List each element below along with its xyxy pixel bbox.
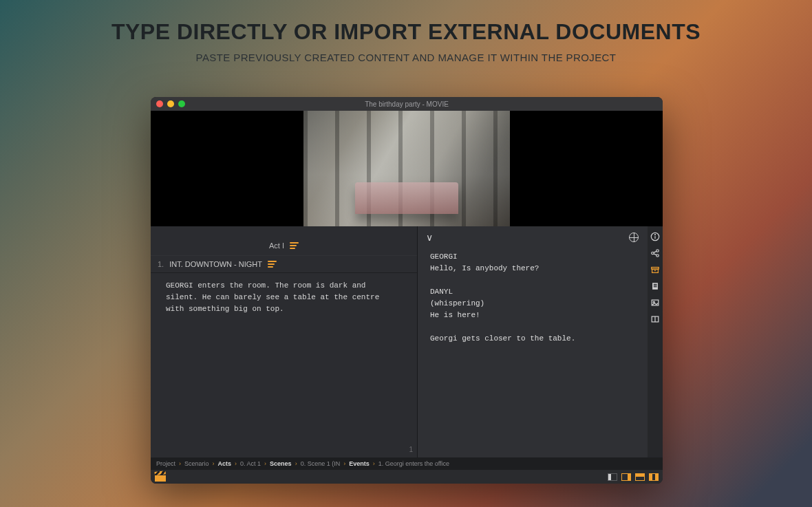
list-icon	[268, 261, 277, 268]
script-pane: ∨ T GEORGI Hello, Is anybody there? DANY…	[418, 226, 663, 457]
chevron-down-icon[interactable]: ∨	[426, 232, 433, 243]
page-number: 1	[409, 446, 413, 453]
breadcrumb-item[interactable]: 1. Georgi enters the office	[378, 460, 449, 467]
window-title: The birthday party - MOVIE	[151, 100, 663, 108]
breadcrumb-item[interactable]: Scenario	[184, 460, 209, 467]
layout-left-button[interactable]	[608, 473, 617, 481]
scene-preview-image[interactable]	[303, 111, 510, 226]
breadcrumb-item[interactable]: Scenes	[270, 460, 292, 467]
svg-line-6	[654, 251, 656, 252]
app-window: The birthday party - MOVIE Act I 1. INT.…	[151, 97, 663, 484]
image-icon[interactable]	[650, 298, 660, 308]
globe-icon[interactable]	[629, 233, 639, 242]
breadcrumb-item[interactable]: 0. Act 1	[240, 460, 261, 467]
scene-description-editor[interactable]: GEORGI enters the room. The room is dark…	[151, 273, 417, 322]
right-side-rail	[648, 226, 663, 457]
bottom-toolbar	[151, 470, 663, 484]
info-icon[interactable]	[650, 232, 660, 241]
scene-outline-pane: Act I 1. INT. DOWNTOWN - NIGHT GEORGI en…	[151, 226, 418, 457]
svg-point-3	[652, 252, 654, 255]
breadcrumb-item[interactable]: Events	[349, 460, 370, 467]
breadcrumb-item[interactable]: Project	[156, 460, 175, 467]
clapperboard-icon[interactable]	[155, 472, 166, 482]
act-header[interactable]: Act I	[151, 226, 417, 255]
breadcrumb-item[interactable]: 0. Scene 1 (IN	[301, 460, 341, 467]
layout-both-button[interactable]	[649, 473, 659, 481]
svg-rect-11	[652, 283, 658, 290]
split-view-icon[interactable]	[650, 314, 660, 324]
svg-point-4	[656, 250, 659, 252]
share-icon[interactable]	[650, 248, 660, 258]
document-icon[interactable]	[650, 281, 660, 291]
layout-right-button[interactable]	[621, 473, 631, 481]
marketing-headline: TYPE DIRECTLY OR IMPORT EXTERNAL DOCUMEN…	[0, 0, 812, 45]
layout-top-button[interactable]	[635, 473, 645, 481]
marketing-subheadline: PASTE PREVIOUSLY CREATED CONTENT AND MAN…	[0, 52, 812, 63]
scene-heading: INT. DOWNTOWN - NIGHT	[169, 260, 262, 268]
breadcrumb-item[interactable]: Acts	[218, 460, 232, 467]
scene-heading-row[interactable]: 1. INT. DOWNTOWN - NIGHT	[151, 255, 417, 273]
svg-point-2	[655, 235, 656, 235]
list-icon	[290, 242, 299, 249]
archive-icon[interactable]	[650, 265, 660, 274]
titlebar: The birthday party - MOVIE	[151, 97, 663, 111]
svg-line-7	[654, 254, 656, 255]
act-label: Act I	[269, 241, 284, 250]
preview-strip	[151, 111, 663, 226]
svg-point-5	[656, 255, 659, 257]
breadcrumb[interactable]: Project›Scenario›Acts›0. Act 1›Scenes›0.…	[151, 457, 663, 470]
scene-number: 1.	[158, 260, 164, 268]
script-editor[interactable]: GEORGI Hello, Is anybody there? DANYL (w…	[418, 246, 663, 345]
